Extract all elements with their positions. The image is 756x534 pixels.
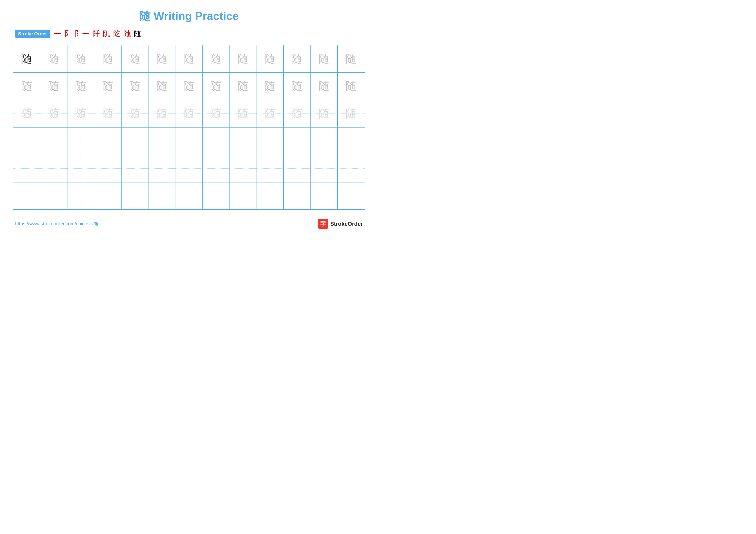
stroke-step-4: 阡 [93, 29, 100, 39]
grid-cell-5-3 [68, 155, 94, 182]
grid-cell-1-11: 随 [284, 45, 310, 72]
grid-cell-2-13: 随 [338, 73, 364, 99]
grid-cell-5-11 [284, 155, 310, 182]
grid-cell-1-13: 随 [338, 45, 364, 72]
char-1-1: 随 [21, 53, 32, 64]
grid-cell-5-9 [230, 155, 256, 182]
footer-url[interactable]: https://www.strokeorder.com/chinese/随 [15, 220, 98, 227]
grid-cell-1-8: 随 [202, 45, 230, 72]
grid-cell-6-1 [14, 183, 40, 209]
char-3-3: 随 [75, 108, 86, 119]
char-3-8: 随 [210, 108, 221, 119]
char-3-10: 随 [264, 108, 275, 119]
stroke-order-row: Stroke Order ㇐ 阝 阝一 阡 阢 阣 阤 随 [13, 29, 365, 39]
grid-row-6 [14, 183, 364, 209]
stroke-step-2: 阝 [65, 29, 72, 39]
char-1-9: 随 [237, 53, 249, 64]
grid-cell-2-6: 随 [148, 73, 176, 99]
char-2-4: 随 [102, 81, 113, 92]
stroke-order-badge: Stroke Order [15, 30, 50, 38]
grid-cell-1-2: 随 [40, 45, 67, 72]
grid-cell-5-7 [176, 155, 202, 182]
char-3-9: 随 [237, 108, 249, 119]
char-3-1: 随 [21, 108, 32, 119]
grid-cell-3-6: 随 [148, 100, 176, 127]
char-2-9: 随 [237, 81, 249, 92]
char-1-3: 随 [75, 53, 86, 64]
stroke-step-3: 阝一 [75, 29, 90, 39]
grid-cell-1-5: 随 [122, 45, 148, 72]
char-2-6: 随 [156, 81, 168, 92]
grid-cell-6-4 [94, 183, 121, 209]
grid-cell-2-4: 随 [94, 73, 121, 99]
char-2-7: 随 [183, 81, 194, 92]
grid-cell-5-12 [310, 155, 338, 182]
grid-cell-1-4: 随 [94, 45, 121, 72]
grid-cell-4-7 [176, 128, 202, 154]
grid-cell-6-5 [122, 183, 148, 209]
grid-cell-3-1: 随 [14, 100, 40, 127]
grid-cell-3-12: 随 [310, 100, 338, 127]
grid-cell-3-5: 随 [122, 100, 148, 127]
char-3-5: 随 [129, 108, 140, 119]
grid-cell-3-9: 随 [230, 100, 256, 127]
grid-cell-2-5: 随 [122, 73, 148, 99]
grid-cell-5-8 [202, 155, 230, 182]
char-2-1: 随 [21, 81, 32, 92]
char-1-12: 随 [318, 53, 330, 64]
stroke-step-8: 随 [134, 29, 141, 39]
stroke-steps: ㇐ 阝 阝一 阡 阢 阣 阤 随 [54, 29, 141, 39]
footer: https://www.strokeorder.com/chinese/随 字 … [13, 219, 365, 229]
char-3-11: 随 [291, 108, 302, 119]
grid-cell-2-11: 随 [284, 73, 310, 99]
page-title: 随 Writing Practice [139, 10, 239, 22]
stroke-step-7: 阤 [123, 29, 131, 39]
grid-cell-4-12 [310, 128, 338, 154]
grid-cell-3-2: 随 [40, 100, 67, 127]
grid-cell-2-12: 随 [310, 73, 338, 99]
char-1-6: 随 [156, 53, 168, 64]
grid-row-3: 随 随 随 随 随 随 随 随 随 随 随 随 随 [14, 100, 364, 128]
grid-cell-6-6 [148, 183, 176, 209]
grid-cell-2-9: 随 [230, 73, 256, 99]
grid-cell-1-6: 随 [148, 45, 176, 72]
grid-cell-4-4 [94, 128, 121, 154]
char-1-11: 随 [291, 53, 302, 64]
char-2-8: 随 [210, 81, 221, 92]
grid-row-4 [14, 128, 364, 155]
grid-cell-6-13 [338, 183, 364, 209]
grid-cell-6-3 [68, 183, 94, 209]
grid-cell-3-13: 随 [338, 100, 364, 127]
grid-cell-4-1 [14, 128, 40, 154]
grid-cell-4-5 [122, 128, 148, 154]
grid-cell-1-7: 随 [176, 45, 202, 72]
grid-cell-4-11 [284, 128, 310, 154]
grid-cell-3-3: 随 [68, 100, 94, 127]
practice-grid: 随 随 随 随 随 随 随 随 随 随 随 随 随 随 随 随 随 随 随 随 … [13, 45, 365, 210]
grid-cell-2-1: 随 [14, 73, 40, 99]
grid-cell-5-13 [338, 155, 364, 182]
grid-cell-3-8: 随 [202, 100, 230, 127]
grid-row-1: 随 随 随 随 随 随 随 随 随 随 随 随 随 [14, 45, 364, 73]
char-3-6: 随 [156, 108, 168, 119]
footer-brand: 字 StrokeOrder [318, 219, 363, 229]
char-3-2: 随 [48, 108, 59, 119]
grid-cell-5-10 [256, 155, 284, 182]
char-1-4: 随 [102, 53, 113, 64]
char-1-5: 随 [129, 53, 140, 64]
char-2-3: 随 [75, 81, 86, 92]
char-1-7: 随 [183, 53, 194, 64]
grid-cell-5-2 [40, 155, 67, 182]
grid-cell-4-6 [148, 128, 176, 154]
char-1-2: 随 [48, 53, 59, 64]
stroke-step-6: 阣 [113, 29, 121, 39]
grid-cell-4-9 [230, 128, 256, 154]
stroke-step-1: ㇐ [54, 29, 62, 39]
grid-cell-4-2 [40, 128, 67, 154]
grid-cell-5-4 [94, 155, 121, 182]
grid-cell-6-10 [256, 183, 284, 209]
brand-icon: 字 [318, 219, 328, 229]
page-title-area: 随 Writing Practice [13, 9, 365, 24]
grid-cell-3-7: 随 [176, 100, 202, 127]
char-2-13: 随 [345, 81, 357, 92]
